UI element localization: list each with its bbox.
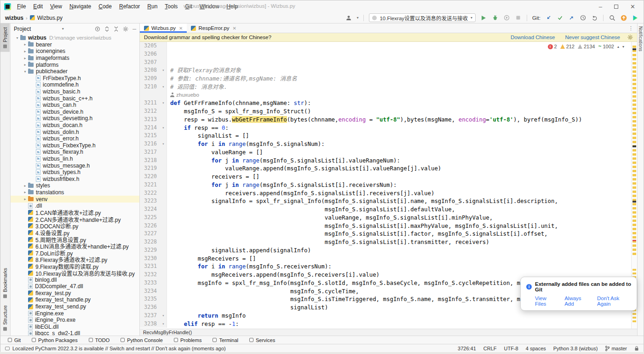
tree-item-iengine-pro-exe[interactable]: iEngine_Pro.exe <box>11 317 139 324</box>
chevron-collapsed-icon[interactable]: ▸ <box>22 56 28 60</box>
notifications-tab[interactable]: Notifications <box>638 23 644 54</box>
tree-item-wizbus-flexray-h[interactable]: hwizbus_flexray.h <box>11 149 139 156</box>
tree-item-10-flexray-py[interactable]: 10.Flexray设置以及消息的发送与接收.py <box>11 270 139 277</box>
event-log-icon[interactable] <box>5 347 10 350</box>
tree-item-dll[interactable]: .dll <box>11 203 139 209</box>
tree-item-9-flexray-py[interactable]: 9.Flexray数据库的读取.py <box>11 263 139 270</box>
status-master[interactable]: master <box>605 346 627 351</box>
chevron-collapsed-icon[interactable]: ▸ <box>22 197 28 201</box>
lock-icon[interactable] <box>634 346 639 351</box>
code-line-3229[interactable]: 3229 signalList.append(signalInfo) <box>140 246 637 255</box>
tree-item-wizbus-types-h[interactable]: hwizbus_types.h <box>11 169 139 176</box>
banner-action-never-suggest-chinese[interactable]: Never suggest Chinese <box>565 35 620 40</box>
tree-item-libegl-dll[interactable]: libEGL.dll <box>11 324 139 331</box>
collapse-all-icon[interactable] <box>114 26 119 32</box>
minimize-button[interactable]: – <box>599 4 602 10</box>
tree-item-5-py[interactable]: 5.周期性消息设置.py <box>11 236 139 243</box>
tool-button-services[interactable]: Services <box>249 337 275 343</box>
code-line-3210[interactable]: 3210▾# 返回值: 消息对象. <box>140 83 637 91</box>
prev-problem-icon[interactable]: ▴ <box>617 45 619 49</box>
fold-marker-icon[interactable]: ▾ <box>160 124 167 132</box>
fold-marker-icon[interactable]: ▾ <box>160 140 167 148</box>
status-message[interactable]: Localized PyCharm 2022.3.2 is available … <box>12 346 226 351</box>
code-line-3224[interactable]: 3224 msgInfo_S.signalsList[i].defaultVal… <box>140 205 637 214</box>
tree-item-wizbus-message-h[interactable]: hwizbus_message.h <box>11 162 139 169</box>
fold-marker-icon[interactable]: ▾ <box>160 66 167 75</box>
code-line-3208[interactable]: 3208▾# 获取Flexray的消息对象 <box>140 66 637 75</box>
code-line-3219[interactable]: 3219 valueRange.append(msgInfo_S.signals… <box>140 164 637 173</box>
tab-close-icon[interactable]: ✕ <box>233 26 236 31</box>
tree-item-wizbus[interactable]: ▾wizbusD:\manage version\wizbus <box>11 35 139 41</box>
tree-item-venv[interactable]: ▸venv <box>11 196 139 203</box>
tool-button-problems[interactable]: Problems <box>174 337 201 343</box>
tree-item-styles[interactable]: ▸styles <box>11 182 139 189</box>
tree-item-wizbus-basic-c-h[interactable]: hwizbus_basic_c++.h <box>11 95 139 102</box>
code-line-3228[interactable]: 3228 msgInfo_S.signalsList[i].transmitte… <box>140 238 637 246</box>
tree-item-wizbus-error-h[interactable]: hwizbus_error.h <box>11 135 139 142</box>
tree-item-iengine-exe[interactable]: iEngine.exe <box>11 310 139 317</box>
code-line-3214[interactable]: 3214▾ if resp == 0: <box>140 124 637 132</box>
tree-item-libgcc-s-dw2-1-dll[interactable]: libgcc_s_dw2-1.dll <box>11 330 139 336</box>
code-line-3209[interactable]: 3209# 参数: chnname:通道名称,msgName: 消息名 <box>140 75 637 83</box>
code-line-3225[interactable]: 3225 valueRange, msgInfo_S.signalsList[i… <box>140 214 637 222</box>
status-crlf[interactable]: CRLF <box>483 346 497 351</box>
tree-item-binlog-dll[interactable]: binlog.dll <box>11 276 139 283</box>
tree-item-1-can-py[interactable]: 1.CAN单通道收发+过滤.py <box>11 209 139 216</box>
run-button[interactable] <box>480 14 487 22</box>
tool-button-python-packages[interactable]: Python Packages <box>32 337 78 343</box>
breadcrumb-file[interactable]: Wizbus.py <box>37 15 63 21</box>
popup-action-view-files[interactable]: View Files <box>535 296 557 307</box>
tree-item-iconengines[interactable]: ▸iconengines <box>11 48 139 55</box>
debug-button[interactable] <box>491 14 499 22</box>
code-line-annotation[interactable]: zhuxuebo <box>140 91 637 99</box>
code-line-3218[interactable]: 3218 for j in range(msgInfo_S.signalsLis… <box>140 157 637 165</box>
close-button[interactable]: ✕ <box>630 4 635 10</box>
tab-resperror-py[interactable]: RespError.py✕ <box>187 23 241 33</box>
code-line-3223[interactable]: 3223 signalInfo = spxl_fr_signal_Info(ms… <box>140 197 637 205</box>
code-line-3230[interactable]: 3230 msgReceivers = [] <box>140 255 637 263</box>
tree-item-publicheader[interactable]: ▾publicheader <box>11 68 139 75</box>
tree-item-2-can-handle-py[interactable]: 2.CAN多通道收发+handle+过滤.py <box>11 216 139 223</box>
code-line-3220[interactable]: 3220 receivers = [] <box>140 173 637 181</box>
git-commit-icon[interactable] <box>556 14 564 22</box>
search-everywhere-icon[interactable] <box>609 14 616 22</box>
expand-all-icon[interactable] <box>104 26 109 32</box>
menu-edit[interactable]: Edit <box>30 2 46 11</box>
fold-marker-icon[interactable]: ▾ <box>160 83 167 91</box>
tab-wizbus-py[interactable]: Wizbus.py✕ <box>140 23 187 33</box>
tree-item-4-py[interactable]: 4.设备设置.py <box>11 229 139 236</box>
git-update-icon[interactable] <box>545 14 552 22</box>
tree-item-6-lin-handle-py[interactable]: 6.LIN消息多通道收发+handle+过滤.py <box>11 243 139 250</box>
banner-action-download-chinese[interactable]: Download Chinese <box>511 35 555 40</box>
chevron-collapsed-icon[interactable]: ▸ <box>22 49 28 53</box>
tree-item-wizbus-lin-h[interactable]: hwizbus_lin.h <box>11 156 139 162</box>
popup-action-don-t-ask-again[interactable]: Don't Ask Again <box>597 296 631 307</box>
chevron-collapsed-icon[interactable]: ▸ <box>22 42 28 46</box>
tree-item-3-docan-py[interactable]: 3.DOCAN诊断.py <box>11 223 139 230</box>
code-line-3206[interactable]: 3206 <box>140 50 637 58</box>
tool-tab-project[interactable]: Project <box>0 23 10 52</box>
code-line-3217[interactable]: 3217 valueRange = [] <box>140 148 637 157</box>
code-line-3238[interactable]: 3238▾ elif resp == -1: <box>140 320 637 328</box>
rollback-icon[interactable] <box>591 14 598 22</box>
banner-settings-gear-icon[interactable] <box>627 35 633 40</box>
project-panel-chevron-icon[interactable]: ▾ <box>62 27 64 31</box>
tree-item-wizbus-fixbextype-h[interactable]: hwizbus_FixbexType.h <box>11 142 139 149</box>
chevron-collapsed-icon[interactable]: ▸ <box>22 184 28 188</box>
tree-item-wizbus-dolin-h[interactable]: hwizbus_dolin.h <box>11 128 139 135</box>
status-python-3-8-wizbus[interactable]: Python 3.8 (wizbus) <box>553 346 598 351</box>
git-push-icon[interactable] <box>568 14 575 22</box>
fold-marker-icon[interactable]: ▾ <box>160 320 167 328</box>
code-line-3231[interactable]: 3231 for i in range(msgInfo_S.receiversN… <box>140 262 637 271</box>
menu-code[interactable]: Code <box>95 2 115 11</box>
tool-tab-structure[interactable]: Structure <box>0 302 10 335</box>
menu-refactor[interactable]: Refactor <box>116 2 143 11</box>
fold-marker-icon[interactable]: ▾ <box>160 99 167 107</box>
project-panel-title[interactable]: Project <box>14 26 31 32</box>
status-utf-8[interactable]: UTF-8 <box>504 346 518 351</box>
inspections-widget[interactable]: !2 212 2134 ~1002 ▴ ▾ <box>546 43 627 50</box>
code-line-3211[interactable]: 3211▾def GetFrFrameInfo(chnname,msgName:… <box>140 99 637 107</box>
chevron-collapsed-icon[interactable]: ▸ <box>22 190 28 194</box>
tree-item-platforms[interactable]: ▸platforms <box>11 61 139 68</box>
run-configuration-select[interactable]: 10.Flexray设置以及消息的发送与接收 ▾ <box>369 13 476 22</box>
